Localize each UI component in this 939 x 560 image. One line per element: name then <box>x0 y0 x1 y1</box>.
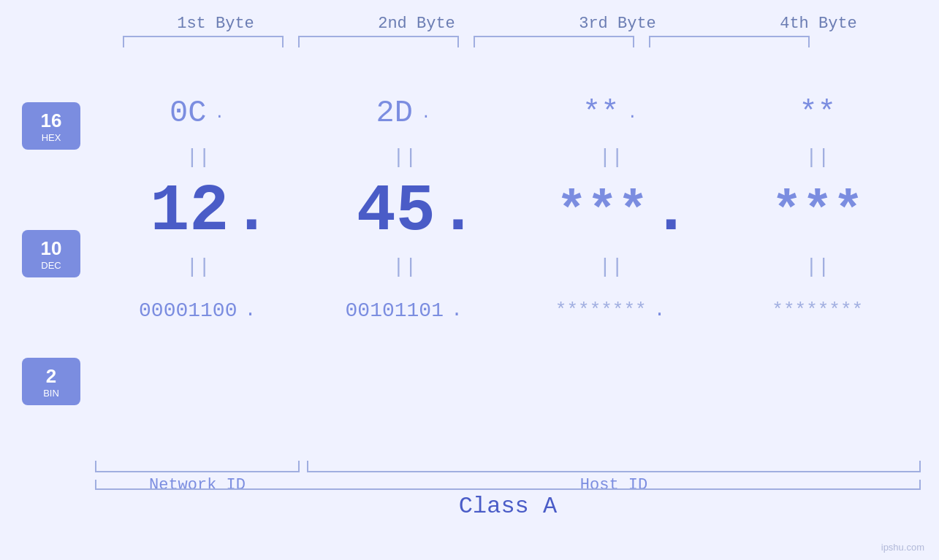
dec-base-name: DEC <box>41 260 61 271</box>
bin-b3: ******** <box>555 299 647 321</box>
hex-b2-group: 2D . <box>313 96 496 131</box>
eq1-b4: || <box>737 146 898 169</box>
bin-b2-group: 00101101 . <box>313 299 496 322</box>
byte3-label: 3rd Byte <box>537 15 698 33</box>
eq2-b1: || <box>118 256 278 278</box>
bin-b4: ******** <box>772 299 863 321</box>
bin-b4-group: ******** <box>726 299 909 321</box>
dec-b2: 45 <box>357 174 436 249</box>
hex-b4: ** <box>799 96 836 131</box>
bin-b3-group: ******** . <box>520 299 702 321</box>
bin-b1: 00001100 <box>139 299 237 322</box>
eq2-b3: || <box>531 256 691 278</box>
main-container: 1st Byte 2nd Byte 3rd Byte 4th Byte 16 H… <box>0 0 939 560</box>
class-bar: Class A <box>95 480 921 520</box>
hex-b1-group: 0C . <box>107 96 289 131</box>
byte4-label: 4th Byte <box>738 15 899 33</box>
byte1-label: 1st Byte <box>135 15 296 33</box>
base-badges: 16 HEX 10 DEC 2 BIN <box>22 102 80 405</box>
hex-badge: 16 HEX <box>22 102 80 150</box>
bracket-b4 <box>649 36 810 47</box>
watermark: ipshu.com <box>881 542 924 553</box>
dec-row: 12 . 45 . *** . *** <box>95 172 921 252</box>
hex-b3-group: ** . <box>520 96 702 131</box>
bin-dot1: . <box>243 299 257 321</box>
byte2-label: 2nd Byte <box>336 15 497 33</box>
bracket-b1 <box>123 36 284 47</box>
dec-dot1: . <box>232 174 246 249</box>
eq1-b2: || <box>324 146 485 169</box>
bracket-b3 <box>474 36 634 47</box>
dec-b4-group: *** <box>726 183 909 241</box>
hex-row: 0C . 2D . ** . ** <box>95 84 921 142</box>
network-id-bracket <box>95 461 300 472</box>
eq2-b4: || <box>737 256 898 278</box>
hex-b2: 2D <box>376 96 413 131</box>
dec-b1: 12 <box>150 174 229 249</box>
hex-dot2: . <box>419 104 433 123</box>
bin-b2: 00101101 <box>346 299 444 322</box>
hex-b3: ** <box>582 96 619 131</box>
hex-dot1: . <box>212 104 227 123</box>
eq1-b1: || <box>118 146 278 169</box>
dec-b4: *** <box>772 183 864 241</box>
hex-base-number: 16 <box>41 110 62 132</box>
content-area: 0C . 2D . ** . ** || || || || 12 <box>95 84 921 340</box>
bin-base-name: BIN <box>43 388 59 399</box>
equals-row-1: || || || || <box>95 142 921 172</box>
bracket-b2 <box>298 36 459 47</box>
dec-b3-group: *** . <box>520 174 702 249</box>
equals-row-2: || || || || <box>95 252 921 281</box>
dec-dot2: . <box>438 174 453 249</box>
top-brackets <box>115 36 919 47</box>
dec-base-number: 10 <box>41 237 62 260</box>
dec-dot3: . <box>651 174 666 249</box>
class-bar-line <box>95 480 921 490</box>
eq1-b3: || <box>531 146 691 169</box>
hex-dot3: . <box>625 104 639 123</box>
bin-base-number: 2 <box>46 365 56 388</box>
hex-b1: 0C <box>170 96 206 131</box>
bin-dot2: . <box>449 299 464 321</box>
bin-b1-group: 00001100 . <box>107 299 289 322</box>
bin-dot3: . <box>653 299 667 321</box>
eq2-b2: || <box>324 256 485 278</box>
bin-row: 00001100 . 00101101 . ******** . *******… <box>95 281 921 340</box>
dec-badge: 10 DEC <box>22 230 80 277</box>
byte-headers: 1st Byte 2nd Byte 3rd Byte 4th Byte <box>115 15 919 33</box>
dec-b1-group: 12 . <box>107 174 289 249</box>
hex-b4-group: ** <box>726 96 909 131</box>
dec-b2-group: 45 . <box>313 174 496 249</box>
class-label: Class A <box>95 493 921 520</box>
host-id-bracket <box>307 461 921 472</box>
bottom-brackets <box>95 461 921 472</box>
dec-b3: *** <box>556 183 648 241</box>
hex-base-name: HEX <box>42 132 61 143</box>
bin-badge: 2 BIN <box>22 358 80 405</box>
